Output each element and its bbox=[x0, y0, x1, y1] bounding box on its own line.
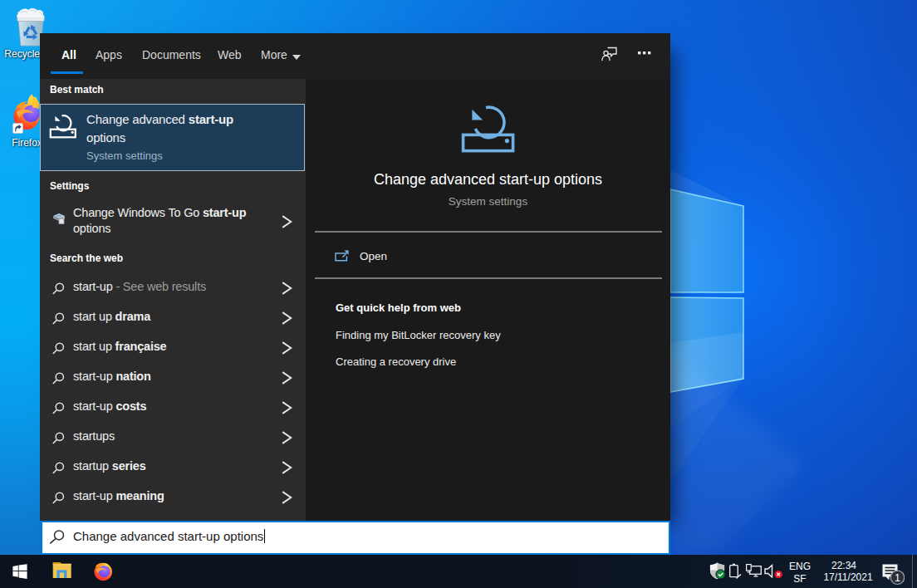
svg-text:1: 1 bbox=[895, 572, 900, 584]
